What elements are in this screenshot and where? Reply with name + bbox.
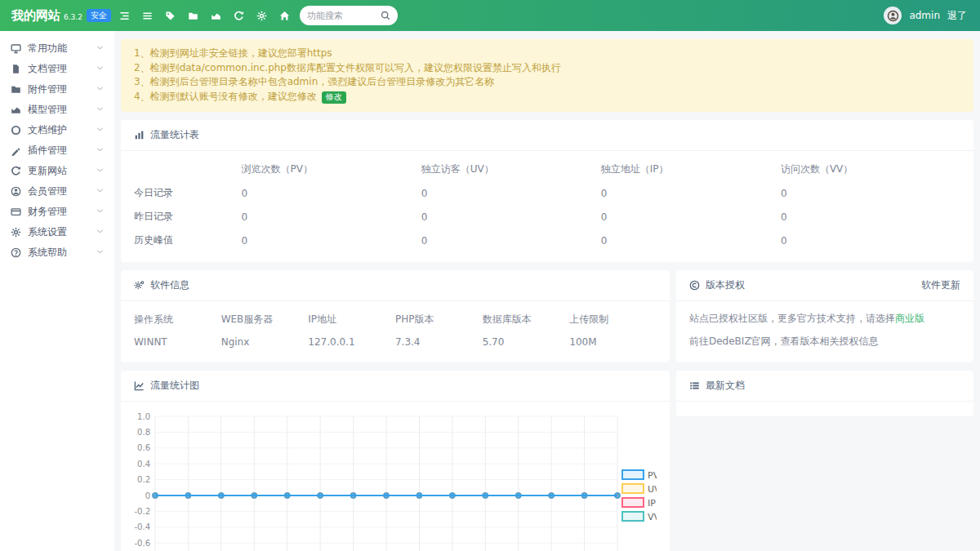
sidebar-item-label: 财务管理 [28, 205, 67, 219]
traffic-stats-card: 流量统计表 浏览次数（PV）独立访客（UV）独立地址（IP）访问次数（VV）今日… [121, 120, 973, 262]
username[interactable]: admin [909, 10, 940, 21]
sidebar-item-plugin[interactable]: 插件管理 [0, 140, 114, 161]
legend-item-UV[interactable]: UV [622, 484, 657, 495]
legend-item-IP[interactable]: IP [622, 498, 656, 509]
header-right: admin 退了 [884, 7, 980, 24]
traffic-value: 0 [601, 205, 781, 229]
traffic-value: 0 [601, 181, 781, 205]
traffic-col-header: 浏览次数（PV） [242, 158, 421, 181]
line-chart-icon [134, 380, 145, 391]
sidebar-item-help[interactable]: 系统帮助 [0, 242, 114, 263]
traffic-value: 0 [781, 205, 960, 229]
chart-area-icon [11, 104, 21, 115]
logout-link[interactable]: 退了 [947, 9, 967, 23]
software-value: 7.3.4 [395, 331, 483, 353]
sidebar-item-label: 会员管理 [28, 184, 67, 198]
legend-item-VV[interactable]: VV [622, 512, 657, 522]
sidebar-item-maintain[interactable]: 文档维护 [0, 120, 114, 140]
sidebar-item-common[interactable]: 常用功能 [0, 38, 114, 59]
question-icon [11, 247, 21, 258]
chart-area-icon[interactable] [211, 11, 221, 21]
folder-icon [11, 84, 21, 95]
header-toolbar [119, 11, 290, 21]
chevron-down-icon [96, 147, 104, 154]
svg-text:IP: IP [648, 498, 656, 509]
sidebar-item-model[interactable]: 模型管理 [0, 100, 114, 120]
cogs-icon [134, 280, 145, 291]
latest-docs-title: 最新文档 [706, 379, 745, 393]
sidebar-item-finance[interactable]: 财务管理 [0, 202, 114, 222]
sidebar-item-label: 文档管理 [28, 62, 67, 76]
license-header: 版本授权 软件更新 [676, 270, 973, 301]
svg-text:VV: VV [648, 512, 657, 522]
traffic-row: 历史峰值0000 [134, 229, 960, 252]
sidebar-item-label: 文档维护 [28, 123, 67, 137]
svg-text:1.0: 1.0 [137, 412, 150, 421]
latest-docs-header: 最新文档 [676, 371, 973, 402]
traffic-row-label: 历史峰值 [134, 229, 242, 252]
svg-text:-0.2: -0.2 [134, 507, 150, 516]
gear-icon[interactable] [256, 11, 267, 21]
software-col-header: 操作系统 [134, 308, 221, 331]
license-body: 站点已授权社区版，更多官方技术支持，请选择商业版 前往DedeBIZ官网，查看版… [676, 301, 973, 359]
traffic-chart-card: 流量统计图 1.00.80.60.40.20-0.2-0.4-0.6-0.8-1… [121, 371, 670, 551]
pen-icon [11, 145, 21, 156]
traffic-value: 0 [242, 229, 421, 252]
traffic-row: 今日记录0000 [134, 181, 960, 205]
search-icon[interactable] [381, 11, 390, 20]
redo-icon[interactable] [234, 11, 244, 21]
traffic-value: 0 [242, 181, 421, 205]
stream-icon[interactable] [119, 11, 130, 21]
security-badge[interactable]: 安全 [87, 9, 111, 22]
latest-docs-empty-body [676, 402, 973, 416]
sidebar-item-member[interactable]: 会员管理 [0, 181, 114, 202]
software-update-link[interactable]: 软件更新 [921, 278, 960, 292]
main-content: 1、检测到网址非安全链接，建议您部署https2、检测到data/common.… [121, 31, 973, 551]
chevron-down-icon [96, 45, 104, 52]
search-box[interactable] [300, 6, 398, 25]
commercial-version-link[interactable]: 商业版 [895, 313, 924, 324]
chevron-down-icon [96, 208, 104, 216]
chevron-down-icon [96, 86, 104, 93]
software-value: 127.0.0.1 [308, 331, 395, 353]
license-line1: 站点已授权社区版，更多官方技术支持，请选择商业版 [689, 312, 960, 326]
tag-icon[interactable] [165, 11, 176, 21]
legend-item-PV[interactable]: PV [622, 470, 657, 481]
software-col-header: 数据库版本 [483, 308, 570, 331]
home-icon[interactable] [279, 11, 290, 21]
traffic-row-label: 今日记录 [134, 181, 242, 205]
folder-icon[interactable] [188, 11, 198, 21]
traffic-value: 0 [242, 205, 421, 229]
license-card: 版本授权 软件更新 站点已授权社区版，更多官方技术支持，请选择商业版 前往Ded… [676, 270, 973, 362]
credit-card-icon [11, 207, 21, 217]
chevron-down-icon [96, 249, 104, 256]
sidebar-item-update[interactable]: 更新网站 [0, 161, 114, 181]
avatar[interactable] [884, 7, 902, 24]
chevron-down-icon [96, 106, 104, 113]
traffic-value: 0 [781, 229, 960, 252]
menu-icon[interactable] [142, 11, 153, 21]
software-value: WINNT [134, 331, 221, 353]
search-input[interactable] [307, 11, 381, 21]
sidebar-item-document[interactable]: 文档管理 [0, 59, 114, 79]
software-col-header: PHP版本 [395, 308, 483, 331]
sidebar-item-label: 更新网站 [28, 164, 67, 178]
traffic-value: 0 [421, 205, 601, 229]
software-info-card: 软件信息 操作系统WEB服务器IP地址PHP版本数据库版本上传限制WINNTNg… [121, 270, 670, 362]
chevron-down-icon [96, 127, 104, 134]
warning-line: 2、检测到data/common.inc.php数据库配置文件权限可以写入，建议… [134, 61, 960, 76]
chevron-down-icon [96, 65, 104, 73]
sidebar-item-label: 系统帮助 [28, 246, 67, 260]
traffic-chart-area: 1.00.80.60.40.20-0.2-0.4-0.6-0.8-1.005-2… [121, 402, 670, 551]
bar-chart-icon [134, 130, 145, 140]
traffic-chart: 1.00.80.60.40.20-0.2-0.4-0.6-0.8-1.005-2… [134, 407, 657, 551]
security-warnings: 1、检测到网址非安全链接，建议您部署https2、检测到data/common.… [121, 39, 973, 112]
site-logo[interactable]: 我的网站 [11, 8, 60, 24]
sidebar-item-settings[interactable]: 系统设置 [0, 222, 114, 242]
software-value: 5.70 [483, 331, 570, 353]
svg-text:0.4: 0.4 [137, 460, 150, 469]
sidebar-item-attachment[interactable]: 附件管理 [0, 79, 114, 100]
svg-text:0.8: 0.8 [137, 428, 150, 437]
fix-button[interactable]: 修改 [322, 91, 346, 104]
traffic-table: 浏览次数（PV）独立访客（UV）独立地址（IP）访问次数（VV）今日记录0000… [134, 158, 960, 252]
